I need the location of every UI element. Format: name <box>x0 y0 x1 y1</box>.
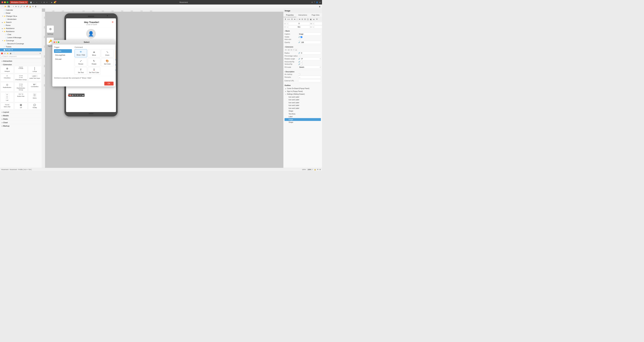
opacity-input[interactable] <box>300 41 321 44</box>
comp-hotspot[interactable]: ⊕ Hotspot <box>1 66 14 73</box>
comp-checkbox[interactable]: ☑ Checkbox <box>1 74 14 81</box>
cmt-edit-btn[interactable]: ✎ <box>74 94 76 96</box>
pct-radius-checkbox[interactable] <box>298 55 300 57</box>
delete-btn[interactable]: 🗑 <box>35 5 37 8</box>
save-btn[interactable]: 💾 <box>7 5 10 8</box>
fillmode-select[interactable]: Stretch Fit Fill Tile <box>298 66 321 69</box>
align-vcenter-btn[interactable]: ⟺ <box>287 18 290 21</box>
h-input[interactable] <box>314 25 322 28</box>
notification-icon[interactable]: 🔔 2 <box>54 1 56 3</box>
search-mode-btn2[interactable]: ⊙ <box>4 52 6 55</box>
zoom-select[interactable]: 100%75%50%150%200% <box>307 168 313 171</box>
comp-vrule[interactable]: V.Rule <box>28 66 41 73</box>
dialog-maximize-btn[interactable] <box>58 41 59 43</box>
comp-menu[interactable]: ItemItem Menu <box>28 92 41 102</box>
user-icon[interactable]: 👤 <box>316 1 318 3</box>
cmd-rotate[interactable]: ↻ Rotate <box>88 58 100 66</box>
outline-iconlabel5[interactable]: Icon and Label <box>285 107 321 110</box>
cmd-settext[interactable]: T Set Text <box>74 67 87 75</box>
outline-shape2[interactable]: Shape <box>285 121 321 124</box>
tree-item-become[interactable]: 📄 Become A Concierge <box>0 42 42 45</box>
cmt-rect-btn[interactable]: ▭ <box>79 94 82 96</box>
shape-rect-btn[interactable]: ▭ <box>285 49 287 51</box>
outline-iconlabel4[interactable]: Icon and Label <box>285 104 321 107</box>
panel-toggle-btn[interactable]: ◧ <box>319 5 321 8</box>
same-height-btn[interactable]: ⬕ <box>310 18 312 21</box>
shape-roundrect-btn[interactable]: ▢ <box>287 49 290 51</box>
canvas-area[interactable]: -400 -200 0 100 200 300 400 500 600 700 … <box>42 8 283 171</box>
shape-icon[interactable]: ✦ <box>46 1 48 3</box>
section-extension[interactable]: ▼ Extension <box>1 63 41 66</box>
cmt-grid-btn[interactable]: ⊞ <box>72 94 74 96</box>
cursor-icon[interactable]: ↖ <box>41 1 42 3</box>
outline-shape1[interactable]: Shape <box>285 110 321 113</box>
cmd-move[interactable]: ➡ Move <box>88 49 100 57</box>
autosize-checkbox[interactable] <box>298 38 300 40</box>
align-top-btn[interactable]: ⬆ <box>284 18 286 21</box>
open-btn[interactable]: 📂 <box>4 5 7 8</box>
undo-icon[interactable]: ↩ <box>33 1 35 3</box>
lock-btn[interactable]: 🔒 <box>29 5 32 8</box>
shape-diamond-btn[interactable]: ◇ <box>290 49 292 51</box>
tree-item-assistance-parent[interactable]: ▶ 📁 Assistance <box>0 27 42 30</box>
tree-item-concierge[interactable]: ▼ 📁 Concierge <box>0 39 42 42</box>
vflip-checkbox[interactable] <box>300 63 302 65</box>
section-static[interactable]: ▶ Static <box>1 117 41 121</box>
move-btn[interactable]: ✥ <box>15 5 17 8</box>
comp-buttonbar[interactable]: One Tw Button Bar <box>14 92 28 102</box>
trigger-onclick[interactable]: OnClick <box>54 49 72 53</box>
outline-comeonboard[interactable]: ▶ Come On Board (Popup Panel) <box>285 87 321 90</box>
search-mode-btn1[interactable]: 🔴 <box>1 52 4 55</box>
dialog-close-btn[interactable] <box>54 41 55 43</box>
dialog-minimize-btn[interactable] <box>56 41 57 43</box>
radius-input[interactable] <box>300 51 321 54</box>
tree-item-search[interactable]: ▶ 📁 Search <box>0 21 42 24</box>
tree-item-calendar[interactable]: 📄 Calendar <box>0 8 42 11</box>
hflip-checkbox[interactable] <box>300 61 302 63</box>
cmd-setcolor[interactable]: 🎨 Set Color <box>101 58 114 66</box>
same-width-btn[interactable]: ◫ <box>306 18 309 21</box>
outline-iconlabel2[interactable]: Icon and Label <box>285 98 321 101</box>
align-bottom-btn[interactable]: ⬇ <box>291 18 293 21</box>
comp-radio[interactable]: ⊙ RadioButton <box>1 82 14 91</box>
order-front-btn[interactable]: ▲ <box>312 18 315 21</box>
w-input[interactable] <box>314 22 322 25</box>
comp-radio-group[interactable]: ⊙ One⊙ Two RadioButton Group <box>14 82 28 91</box>
comp-tooltip[interactable]: 💬 Tooltip <box>28 103 41 109</box>
cmt-circle-btn[interactable]: ⊙ <box>76 94 79 96</box>
shape-triangle-btn[interactable]: △ <box>295 49 297 51</box>
section-markup[interactable]: ▶ Markup <box>1 124 41 127</box>
play-icon[interactable]: ▶ <box>51 1 52 3</box>
phone-gear-btn[interactable]: ⚙ <box>112 21 114 23</box>
rotation-select[interactable]: 0°90°180°270° <box>300 57 321 60</box>
align-right-btn[interactable]: ➡ <box>298 18 301 21</box>
search-input[interactable] <box>3 55 40 57</box>
visible-checkbox[interactable] <box>300 36 302 38</box>
phone-home-button[interactable] <box>88 113 94 114</box>
align-left-btn[interactable]: ⬅ <box>294 18 296 21</box>
order-back-btn[interactable]: ▼ <box>316 18 318 21</box>
outline-signin[interactable]: ▶ Sign In (Popup Panel) <box>285 90 321 93</box>
panel-close-btn[interactable]: ✕ <box>39 52 41 55</box>
tree-item-tickets[interactable]: 📄 Tickets <box>0 45 42 48</box>
search-mode-btn5[interactable]: 📄 <box>12 52 15 55</box>
tree-item-assistance[interactable]: ▼ 📁 Assistance <box>0 30 42 33</box>
distribute-h-btn[interactable]: ⊜ <box>301 18 304 21</box>
cmd-zoom[interactable]: ⤡ Zoom <box>101 49 114 57</box>
comp-combobox[interactable]: ▦ ▼ ComboBox <box>28 82 41 91</box>
comp-hrule[interactable]: H.Rule <box>14 66 28 73</box>
remarks-input[interactable] <box>298 76 321 79</box>
trigger-onlongclick[interactable]: OnLongClick <box>54 53 72 57</box>
tree-item-chat[interactable]: 📄 Chat <box>0 33 42 36</box>
outline-iconlabel1[interactable]: Icon and Label <box>285 96 321 98</box>
tree-item-amsterdam[interactable]: 📄 Amsterdam <box>0 18 42 21</box>
cmd-resize[interactable]: ⤢ Resize <box>74 58 87 66</box>
grid-icon[interactable]: ⊞ <box>319 1 321 3</box>
cmt-hrule-btn[interactable]: ▬ <box>82 94 84 96</box>
outline-label[interactable]: Label <box>285 115 321 118</box>
crop-icon[interactable]: ⊞ <box>44 1 45 3</box>
y-input[interactable] <box>288 25 310 28</box>
select-btn[interactable]: ↖ <box>12 5 15 8</box>
tree-item-profile[interactable]: 📄 Profile ★ <box>0 48 42 51</box>
canvas-settings-item[interactable]: ⚙ Settings <box>47 25 54 35</box>
